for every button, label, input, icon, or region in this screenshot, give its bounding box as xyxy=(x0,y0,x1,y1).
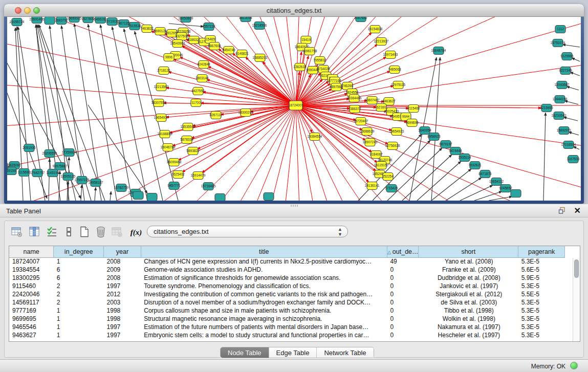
network-node[interactable] xyxy=(147,193,157,201)
network-edge[interactable] xyxy=(460,185,493,201)
cell-pagerank[interactable]: 5.6E-5 xyxy=(518,266,565,274)
cell-out_de[interactable]: 0 xyxy=(387,331,419,339)
network-node[interactable]: 15751074 xyxy=(551,39,565,47)
network-node[interactable]: 8267110 xyxy=(210,112,223,119)
cell-short[interactable]: Nakamura et al. (1997) xyxy=(419,323,518,331)
table-scrollbar-thumb[interactable] xyxy=(574,259,579,278)
table-row[interactable]: 2242004622012Investigating the contribut… xyxy=(9,290,565,298)
network-node[interactable]: 15716485 xyxy=(201,183,216,190)
cell-out_de[interactable]: 0 xyxy=(387,282,419,290)
column-header-short[interactable]: short xyxy=(419,246,518,257)
cell-in_degree[interactable]: 2 xyxy=(54,298,104,307)
network-node[interactable]: 7463822 xyxy=(140,25,154,33)
show-column-icon[interactable] xyxy=(27,225,41,239)
cell-pagerank[interactable]: 5.3E-5 xyxy=(518,315,565,323)
column-header-in_degree[interactable]: in_degree xyxy=(54,246,104,257)
network-edge[interactable] xyxy=(572,58,580,61)
network-node[interactable]: 9115460 xyxy=(407,105,420,113)
cell-short[interactable]: Franke et al. (2009) xyxy=(419,266,518,274)
network-node[interactable]: 5893822 xyxy=(186,147,200,155)
network-node[interactable]: 15720407 xyxy=(354,118,368,125)
network-node[interactable]: 8454749 xyxy=(222,47,235,54)
network-node[interactable] xyxy=(215,194,225,201)
network-edge[interactable] xyxy=(569,132,579,135)
network-node[interactable]: 11700 xyxy=(191,99,201,107)
network-edge[interactable] xyxy=(387,148,442,201)
cell-year[interactable]: 2008 xyxy=(104,257,141,266)
network-node[interactable]: 12756928 xyxy=(385,142,400,150)
network-node[interactable]: 19654923 xyxy=(389,128,404,136)
network-edge[interactable] xyxy=(182,105,296,172)
cell-name[interactable]: 18300295 xyxy=(9,274,54,282)
network-node[interactable] xyxy=(264,193,274,201)
network-node[interactable]: 17942757 xyxy=(30,169,45,177)
network-node[interactable]: 10807487 xyxy=(365,97,380,104)
cell-out_de[interactable]: 0 xyxy=(387,315,419,323)
cell-short[interactable]: Jankovic et al. (1997) xyxy=(419,282,518,290)
table-row[interactable]: 946554611997Estimation of the future num… xyxy=(9,323,565,331)
network-node[interactable]: 15892971 xyxy=(557,127,572,135)
cell-pagerank[interactable]: 5.3E-5 xyxy=(518,257,565,266)
network-node[interactable]: 9896 xyxy=(164,54,174,61)
network-node[interactable]: 7386372 xyxy=(348,105,361,113)
cell-short[interactable]: Tibbo et al. (1998) xyxy=(419,307,518,315)
network-edge[interactable] xyxy=(567,86,579,90)
cell-pagerank[interactable]: 5.3E-5 xyxy=(518,331,565,339)
cell-title[interactable]: Estimation of the future numbers of pati… xyxy=(141,323,387,331)
cell-pagerank[interactable]: 5.3E-5 xyxy=(518,307,565,315)
network-node[interactable]: 9474444 xyxy=(449,147,462,155)
network-node[interactable]: 7557224 xyxy=(202,23,215,31)
table-row[interactable]: 969969511998Structural magnetic resonanc… xyxy=(9,315,565,323)
network-node[interactable]: 6879197 xyxy=(439,141,452,148)
network-node[interactable]: 9815 xyxy=(7,163,8,170)
cell-name[interactable]: 9699695 xyxy=(9,315,54,323)
cell-pagerank[interactable]: 5.3E-5 xyxy=(518,298,565,307)
network-node[interactable]: 8690124 xyxy=(154,28,167,35)
cell-title[interactable]: Changes of HCN gene expression and I(f) … xyxy=(141,257,387,266)
network-node[interactable]: 1527802 xyxy=(81,17,95,23)
network-node[interactable]: 12213937 xyxy=(374,38,389,46)
network-node[interactable]: 12444158 xyxy=(553,96,568,103)
column-header-pagerank[interactable]: pagerank xyxy=(518,246,565,257)
network-node[interactable]: 14136141 xyxy=(365,182,380,190)
cell-in_degree[interactable]: 1 xyxy=(54,257,104,266)
cell-year[interactable]: 1998 xyxy=(104,315,141,323)
network-node[interactable]: 2718126 xyxy=(157,67,170,75)
network-node[interactable]: 14958187 xyxy=(89,179,103,187)
network-node[interactable]: 6897568 xyxy=(330,83,343,91)
column-header-out_de[interactable]: △out_de… xyxy=(387,246,419,257)
network-edge[interactable] xyxy=(543,113,546,201)
cell-pagerank[interactable]: 5.3E-5 xyxy=(518,282,565,290)
network-node[interactable]: 16648784 xyxy=(431,47,446,55)
network-node[interactable]: 39159 xyxy=(7,167,16,175)
network-node[interactable]: 18907243 xyxy=(363,139,378,146)
delete-table-icon[interactable] xyxy=(110,225,124,239)
cell-name[interactable]: 9115460 xyxy=(9,282,54,290)
table-row[interactable]: 1938455462009Genome-wide association stu… xyxy=(9,266,565,274)
network-edge[interactable] xyxy=(296,17,581,105)
network-node[interactable]: 5878334 xyxy=(180,136,193,144)
cell-short[interactable]: Hescheler et al. (1997) xyxy=(419,331,518,339)
network-edge[interactable] xyxy=(95,187,96,201)
network-node[interactable]: 7515536 xyxy=(128,23,141,30)
network-edge[interactable] xyxy=(112,27,147,201)
cell-in_degree[interactable]: 2 xyxy=(54,282,104,290)
cell-out_de[interactable]: 0 xyxy=(387,274,419,282)
network-canvas[interactable]: 1605572422691406269379110653325152780264… xyxy=(7,17,581,201)
network-node[interactable]: 16154838 xyxy=(368,26,383,33)
network-node[interactable]: 1115680 xyxy=(18,169,31,177)
cell-pagerank[interactable]: 5.5E-5 xyxy=(518,290,565,298)
cell-out_de[interactable]: 0 xyxy=(387,298,419,307)
cell-title[interactable]: Structural magnetic resonance image aver… xyxy=(141,315,387,323)
network-node[interactable]: 9699695 xyxy=(405,119,419,127)
cell-title[interactable]: Genome-wide association studies in ADHD. xyxy=(141,266,387,274)
network-edge[interactable] xyxy=(563,117,578,121)
network-node[interactable]: 9129966 xyxy=(560,53,574,60)
network-edge[interactable] xyxy=(431,169,471,201)
cell-pagerank[interactable]: 5.3E-5 xyxy=(518,323,565,331)
network-edge[interactable] xyxy=(7,74,47,199)
network-edge[interactable] xyxy=(49,159,50,201)
cell-year[interactable]: 2009 xyxy=(104,266,141,274)
cell-in_degree[interactable]: 1 xyxy=(54,323,104,331)
network-edge[interactable] xyxy=(186,39,296,105)
